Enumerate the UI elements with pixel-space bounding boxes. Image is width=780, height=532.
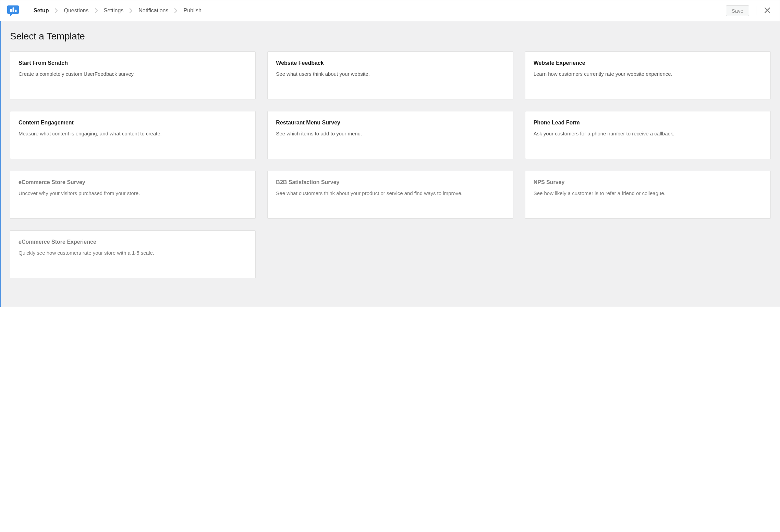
divider [756, 6, 756, 15]
svg-rect-1 [13, 8, 14, 12]
template-card[interactable]: eCommerce Store Experience Quickly see h… [10, 230, 256, 278]
template-desc: See which items to add to your menu. [276, 130, 504, 138]
template-title: Restaurant Menu Survey [276, 120, 504, 126]
template-card[interactable]: eCommerce Store Survey Uncover why your … [10, 171, 256, 219]
template-desc: See how likely a customer is to refer a … [534, 190, 762, 197]
template-title: B2B Satisfaction Survey [276, 179, 504, 185]
close-button[interactable] [763, 6, 771, 15]
template-title: Start From Scratch [19, 60, 247, 66]
save-button[interactable]: Save [726, 5, 749, 16]
step-notifications[interactable]: Notifications [138, 8, 168, 14]
template-card[interactable]: B2B Satisfaction Survey See what custome… [267, 171, 513, 219]
template-title: NPS Survey [534, 179, 762, 185]
logo-wrap [7, 5, 26, 16]
chevron-right-icon [168, 8, 183, 13]
template-title: Phone Lead Form [534, 120, 762, 126]
template-title: eCommerce Store Experience [19, 239, 247, 245]
topbar: Setup Questions Settings Notifications P… [0, 0, 780, 21]
step-questions[interactable]: Questions [64, 8, 88, 14]
template-desc: Create a completely custom UserFeedback … [19, 70, 247, 78]
template-desc: Quickly see how customers rate your stor… [19, 249, 247, 257]
topbar-right: Save [726, 5, 771, 16]
template-desc: Uncover why your visitors purchased from… [19, 190, 247, 197]
template-title: Website Experience [534, 60, 762, 66]
page-title: Select a Template [10, 31, 771, 42]
step-setup[interactable]: Setup [34, 8, 49, 14]
chevron-right-icon [89, 8, 104, 13]
svg-rect-0 [10, 9, 12, 12]
template-card[interactable]: Content Engagement Measure what content … [10, 111, 256, 159]
step-publish[interactable]: Publish [183, 8, 201, 14]
template-desc: See what customers think about your prod… [276, 190, 504, 197]
template-card[interactable]: Start From Scratch Create a completely c… [10, 51, 256, 99]
template-title: Content Engagement [19, 120, 247, 126]
svg-rect-2 [15, 10, 17, 12]
template-desc: Ask your customers for a phone number to… [534, 130, 762, 138]
template-desc: Measure what content is engaging, and wh… [19, 130, 247, 138]
template-desc: See what users think about your website. [276, 70, 504, 78]
template-card[interactable]: Website Feedback See what users think ab… [267, 51, 513, 99]
template-card[interactable]: Restaurant Menu Survey See which items t… [267, 111, 513, 159]
close-icon [765, 9, 770, 14]
app-frame: Setup Questions Settings Notifications P… [0, 0, 780, 307]
content-area: Select a Template Start From Scratch Cre… [0, 21, 780, 307]
chevron-right-icon [49, 8, 64, 13]
chevron-right-icon [123, 8, 138, 13]
template-card[interactable]: Website Experience Learn how customers c… [525, 51, 771, 99]
userfeedback-logo-icon [7, 4, 20, 17]
step-settings[interactable]: Settings [104, 8, 124, 14]
template-title: Website Feedback [276, 60, 504, 66]
wizard-steps: Setup Questions Settings Notifications P… [26, 8, 726, 14]
template-desc: Learn how customers currently rate your … [534, 70, 762, 78]
template-card[interactable]: Phone Lead Form Ask your customers for a… [525, 111, 771, 159]
template-title: eCommerce Store Survey [19, 179, 247, 185]
template-grid: Start From Scratch Create a completely c… [10, 51, 771, 278]
template-card[interactable]: NPS Survey See how likely a customer is … [525, 171, 771, 219]
